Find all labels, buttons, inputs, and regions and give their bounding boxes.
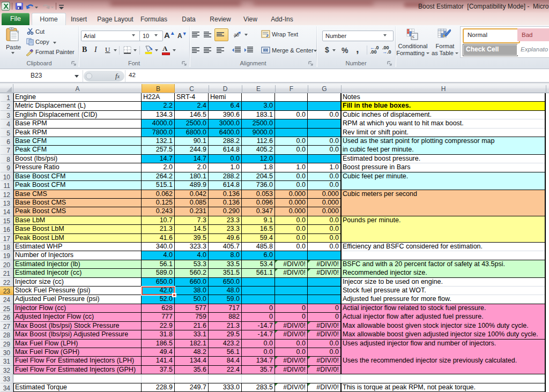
svg-text:ab: ab xyxy=(234,32,239,37)
svg-text:≤: ≤ xyxy=(412,34,415,39)
